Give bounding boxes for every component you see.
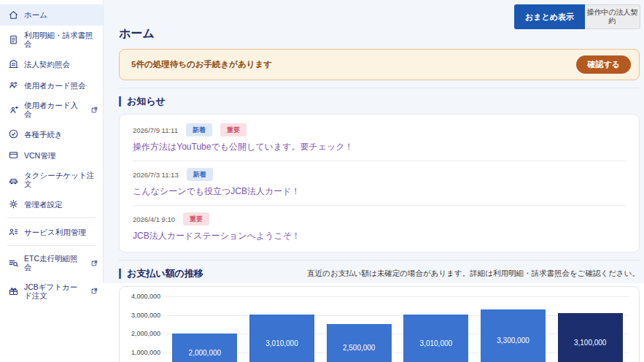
bar-series: 2,000,0002026年11月3,010,0002026年12月2,500,… (166, 296, 629, 362)
bar-value-label: 3,010,000 (403, 339, 468, 347)
external-icon (90, 259, 98, 267)
news-item: 2026/7/3 11:13新着こんなシーンでも役立つJCB法人カード！ (133, 161, 626, 205)
sidebar-divider (7, 217, 96, 218)
badge-new: 新着 (186, 123, 212, 136)
main-content: おまとめ表示 操作中の法人契約 ホーム 5件の処理待ちのお手続きがあります 確認… (103, 0, 644, 362)
gear-icon (8, 199, 19, 209)
sidebar-item-12[interactable]: JCBギフトカード注文 (0, 277, 103, 305)
bar: 3,100,000 (558, 313, 623, 362)
sidebar-item-label: 使用者カード入会 (24, 101, 85, 118)
sidebar-item-3[interactable]: 法人契約照会 (0, 53, 103, 74)
bar-value-label: 2,000,000 (172, 348, 237, 356)
confirm-button[interactable]: 確認する (576, 55, 631, 74)
bar-slot: 3,010,0002027年2月 (397, 296, 475, 362)
news-item: 2026/4/1 9:10重要JCB法人カードステーションへようこそ！ (133, 205, 626, 250)
section-accent-bar (119, 269, 121, 279)
bar-slot: 3,300,0002027年3月 (475, 296, 552, 362)
payments-section-header: お支払い額の推移 直近のお支払い額は未確定の場合があります。詳細は利用明細・請求… (119, 267, 640, 280)
alert-message: 5件の処理待ちのお手続きがあります (131, 59, 272, 70)
news-meta: 2026/4/1 9:10重要 (133, 212, 626, 226)
sidebar-item-1[interactable]: ホーム (0, 4, 103, 26)
y-axis-tick: 4,000,000 (131, 293, 160, 300)
summary-view-button[interactable]: おまとめ表示 (514, 4, 585, 29)
card-icon (8, 150, 19, 161)
sidebar-item-6[interactable]: 各種手続き (0, 123, 103, 145)
document-icon (8, 34, 19, 45)
bar: 2,500,000 (327, 324, 392, 362)
user-plus-icon (8, 104, 19, 115)
sidebar-item-label: JCBギフトカード注文 (24, 282, 85, 300)
sidebar-item-label: ETC走行明細照会 (24, 254, 85, 272)
bar-value-label: 3,300,000 (481, 336, 546, 344)
badge-important: 重要 (220, 123, 247, 136)
sidebar-item-label: タクシーチケット注文 (24, 171, 98, 188)
sidebar-item-4[interactable]: 使用者カード照会 (0, 74, 103, 96)
bar-slot: 2,500,0002027年1月 (320, 296, 397, 362)
check-circle-icon (8, 128, 19, 139)
section-accent-bar (119, 96, 121, 107)
y-axis-tick: 2,000,000 (131, 330, 160, 337)
news-meta: 2026/7/9 11:11新着重要 (133, 123, 626, 136)
sidebar-item-label: 管理者設定 (24, 200, 63, 209)
news-meta: 2026/7/3 11:13新着 (133, 168, 626, 181)
payment-bar-chart: 4,000,0003,000,0002,000,0001,000,00002,0… (166, 296, 629, 362)
active-contract-button[interactable]: 操作中の法人契約 (585, 4, 640, 29)
badge-new: 新着 (187, 168, 213, 181)
sidebar-item-label: 利用明細・請求書照会 (24, 31, 98, 48)
payments-section-title: お支払い額の推移 (127, 267, 203, 280)
divider (119, 260, 640, 261)
news-item: 2026/7/9 11:11新着重要操作方法はYouTubeでも公開しています。… (133, 117, 626, 161)
sidebar-item-8[interactable]: タクシーチケット注文 (0, 166, 103, 193)
sidebar-item-label: VCN管理 (24, 151, 55, 160)
user-list-icon (8, 226, 19, 237)
bar: 3,300,000 (481, 309, 546, 362)
sidebar-item-2[interactable]: 利用明細・請求書照会 (0, 26, 103, 53)
list-search-icon (8, 258, 19, 269)
external-icon (90, 287, 98, 295)
sidebar-item-list: ホーム利用明細・請求書照会法人契約照会使用者カード照会使用者カード入会各種手続き… (0, 4, 103, 305)
payment-chart-card: 4,000,0003,000,0002,000,0001,000,00002,0… (119, 286, 640, 362)
bar-value-label: 3,100,000 (558, 338, 623, 346)
bar-slot: 2,000,0002026年11月 (166, 296, 244, 362)
pending-tasks-alert: 5件の処理待ちのお手続きがあります 確認する (119, 49, 640, 80)
sidebar-item-label: ホーム (24, 10, 47, 19)
users-icon (8, 80, 19, 90)
y-axis-tick: 3,000,000 (131, 312, 160, 319)
sidebar-divider (7, 245, 96, 246)
bar-value-label: 3,010,000 (249, 339, 314, 347)
bar-slot: 3,100,0002027年4月 (551, 296, 629, 362)
gift-icon (8, 285, 19, 296)
sidebar-item-label: サービス利用管理 (24, 228, 86, 236)
y-axis-tick: 1,000,000 (131, 349, 160, 356)
badge-important: 重要 (183, 212, 209, 226)
bar: 2,000,000 (172, 334, 237, 362)
news-link[interactable]: 操作方法はYouTubeでも公開しています。要チェック！ (133, 141, 626, 153)
sidebar-item-7[interactable]: VCN管理 (0, 145, 103, 166)
sidebar-item-11[interactable]: ETC走行明細照会 (0, 249, 103, 277)
news-date: 2026/7/9 11:11 (133, 126, 178, 134)
bar-slot: 3,010,0002026年12月 (244, 296, 321, 362)
payments-note: 直近のお支払い額は未確定の場合があります。詳細は利用明細・請求書照会をご確認くだ… (307, 269, 640, 279)
sidebar-item-10[interactable]: サービス利用管理 (0, 221, 103, 242)
sidebar-item-label: 使用者カード照会 (24, 81, 86, 90)
news-section-header: お知らせ (119, 95, 640, 108)
divider (119, 88, 640, 88)
sidebar-item-label: 法人契約照会 (24, 60, 70, 69)
sidebar-item-9[interactable]: 管理者設定 (0, 193, 103, 215)
news-date: 2026/4/1 9:10 (133, 215, 175, 223)
sidebar-item-label: 各種手続き (24, 130, 63, 139)
sidebar: ホーム利用明細・請求書照会法人契約照会使用者カード照会使用者カード入会各種手続き… (0, 0, 103, 362)
external-icon (90, 106, 98, 114)
building-icon (8, 58, 19, 69)
news-card: 2026/7/9 11:11新着重要操作方法はYouTubeでも公開しています。… (119, 114, 640, 253)
news-date: 2026/7/3 11:13 (133, 171, 179, 179)
bar: 3,010,000 (403, 315, 468, 362)
sidebar-item-5[interactable]: 使用者カード入会 (0, 96, 103, 123)
home-icon (8, 9, 19, 20)
bar-value-label: 2,500,000 (327, 344, 392, 352)
news-link[interactable]: こんなシーンでも役立つJCB法人カード！ (133, 185, 626, 198)
bar: 3,010,000 (249, 315, 314, 362)
news-link[interactable]: JCB法人カードステーションへようこそ！ (133, 230, 626, 242)
taxi-icon (8, 174, 19, 185)
news-section-title: お知らせ (127, 95, 166, 108)
